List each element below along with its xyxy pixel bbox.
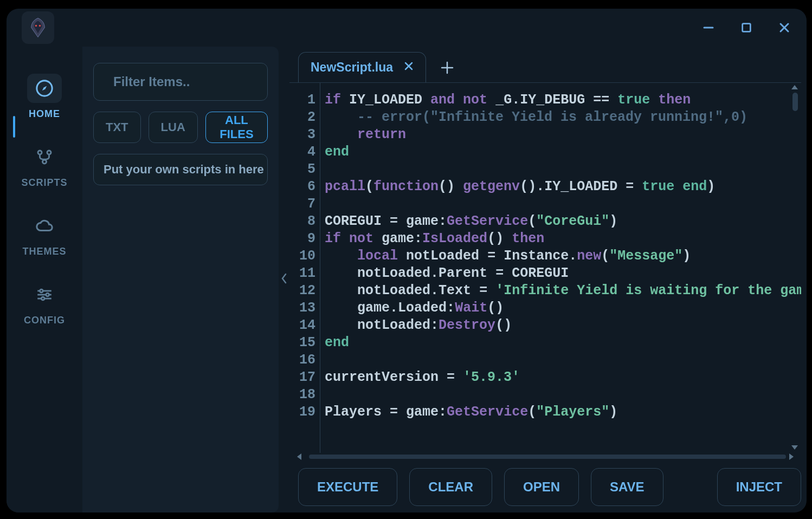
action-bar: EXECUTE CLEAR OPEN SAVE INJECT <box>289 460 801 501</box>
tab-label: NewScript.lua <box>311 60 393 75</box>
app-logo <box>22 11 54 44</box>
nav-active-indicator <box>13 116 15 138</box>
titlebar <box>7 9 807 47</box>
svg-point-1 <box>39 25 41 27</box>
editor-area: NewScript.lua 12345678910111213141516171… <box>289 47 807 512</box>
horizontal-scrollbar-track[interactable] <box>289 453 801 460</box>
inject-button[interactable]: INJECT <box>717 468 801 506</box>
svg-point-9 <box>42 160 46 164</box>
filter-all-button[interactable]: ALL FILES <box>205 112 268 143</box>
filter-box <box>93 63 268 101</box>
horizontal-scrollbar[interactable] <box>309 455 786 459</box>
branch-icon <box>35 148 54 166</box>
scroll-left-icon[interactable] <box>297 453 301 460</box>
open-button[interactable]: OPEN <box>504 468 579 506</box>
window-controls <box>700 20 792 36</box>
save-button[interactable]: SAVE <box>591 468 663 506</box>
sidebar-nav: HOME SCRIPTS THEMES CONFIG <box>7 47 82 512</box>
nav-scripts[interactable]: SCRIPTS <box>7 142 82 189</box>
tab-close-icon[interactable] <box>404 61 414 74</box>
nav-label: CONFIG <box>24 315 65 326</box>
filter-input[interactable] <box>113 74 284 89</box>
vertical-scrollbar[interactable] <box>792 93 798 111</box>
main-body: HOME SCRIPTS THEMES CONFIG <box>7 47 807 512</box>
svg-point-8 <box>47 151 51 154</box>
execute-button[interactable]: EXECUTE <box>298 468 397 506</box>
sliders-icon <box>35 286 54 304</box>
close-button[interactable] <box>776 20 792 36</box>
scripts-panel: TXT LUA ALL FILES Put your own scripts i… <box>82 47 279 512</box>
tab-add-button[interactable] <box>438 59 456 77</box>
svg-point-13 <box>40 289 43 293</box>
nav-label: HOME <box>29 108 60 120</box>
panel-splitter[interactable] <box>279 47 289 512</box>
code-content[interactable]: if IY_LOADED and not _G.IY_DEBUG == true… <box>320 83 801 453</box>
file-type-filters: TXT LUA ALL FILES <box>93 112 268 143</box>
scroll-down-icon[interactable] <box>791 445 798 450</box>
editor-tabs: NewScript.lua <box>289 52 801 82</box>
clear-button[interactable]: CLEAR <box>409 468 492 506</box>
nav-home[interactable]: HOME <box>7 74 82 120</box>
editor-tab[interactable]: NewScript.lua <box>298 52 426 82</box>
nav-label: THEMES <box>22 246 66 257</box>
svg-point-7 <box>38 151 42 154</box>
line-gutter: 12345678910111213141516171819 <box>289 83 320 453</box>
nav-themes[interactable]: THEMES <box>7 211 82 257</box>
app-window: HOME SCRIPTS THEMES CONFIG <box>7 9 807 512</box>
svg-point-0 <box>35 25 37 27</box>
svg-point-14 <box>46 293 49 296</box>
scroll-up-icon[interactable] <box>791 85 798 89</box>
maximize-button[interactable] <box>738 20 755 36</box>
filter-txt-button[interactable]: TXT <box>93 112 141 143</box>
nav-label: SCRIPTS <box>21 177 67 189</box>
cloud-icon <box>35 217 54 235</box>
svg-point-15 <box>41 297 44 300</box>
scroll-right-icon[interactable] <box>789 453 794 460</box>
filter-lua-button[interactable]: LUA <box>149 112 198 143</box>
chevron-left-icon[interactable] <box>280 273 288 287</box>
compass-icon <box>35 79 54 98</box>
minimize-button[interactable] <box>700 20 717 36</box>
svg-rect-3 <box>743 24 751 32</box>
logo-icon <box>27 16 49 39</box>
scripts-notice[interactable]: Put your own scripts in here <box>93 154 268 185</box>
code-editor[interactable]: 12345678910111213141516171819 if IY_LOAD… <box>289 82 801 460</box>
nav-config[interactable]: CONFIG <box>7 280 82 326</box>
